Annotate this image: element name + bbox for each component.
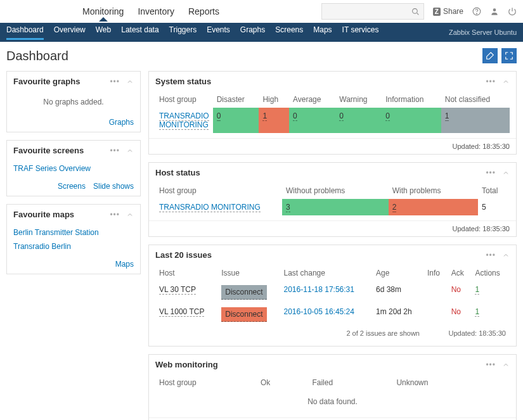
col-average: Average bbox=[289, 91, 335, 108]
tab-screens[interactable]: Screens bbox=[275, 25, 303, 40]
col-hostgroup: Host group bbox=[155, 374, 257, 391]
graphs-link[interactable]: Graphs bbox=[109, 118, 134, 127]
user-icon[interactable] bbox=[490, 7, 499, 16]
table-row: VL 30 TCP Disconnect 2016-11-18 17:56:31… bbox=[155, 281, 510, 303]
widget-menu-icon[interactable]: ••• bbox=[486, 77, 496, 86]
col-ack: Ack bbox=[448, 265, 472, 281]
chevron-up-icon[interactable] bbox=[126, 211, 134, 219]
chevron-up-icon[interactable] bbox=[502, 78, 510, 86]
col-total: Total bbox=[478, 182, 510, 199]
tab-graphs[interactable]: Graphs bbox=[240, 25, 265, 40]
svg-point-3 bbox=[477, 13, 477, 14]
status-without-problems[interactable]: 3 bbox=[282, 199, 389, 215]
slideshows-link[interactable]: Slide shows bbox=[93, 182, 134, 191]
widget-menu-icon[interactable]: ••• bbox=[486, 360, 496, 369]
fullscreen-button[interactable] bbox=[501, 48, 517, 63]
table-row: TRANSRADIO MONITORING 0 1 0 0 0 1 bbox=[155, 108, 510, 133]
fav-graphs-empty: No graphs added. bbox=[7, 91, 140, 113]
issue-age: 6d 38m bbox=[372, 281, 423, 303]
col-with-problems: With problems bbox=[389, 182, 478, 199]
chevron-up-icon[interactable] bbox=[126, 147, 134, 155]
table-summary-row: 2 of 2 issues are shown Updated: 18:35:3… bbox=[155, 326, 510, 341]
col-warning: Warning bbox=[335, 91, 382, 108]
chevron-up-icon[interactable] bbox=[502, 169, 510, 177]
status-information[interactable]: 0 bbox=[382, 108, 441, 133]
maps-link[interactable]: Maps bbox=[115, 260, 134, 269]
issue-ack[interactable]: No bbox=[451, 307, 461, 316]
widget-host-status: Host status ••• Host group Without probl… bbox=[148, 162, 517, 237]
status-average[interactable]: 0 bbox=[289, 108, 335, 133]
tab-it-services[interactable]: IT services bbox=[342, 25, 379, 40]
webmon-empty: No data found. bbox=[155, 391, 510, 412]
table-header-row: Host group Without problems With problem… bbox=[155, 182, 510, 199]
issue-label[interactable]: Disconnect bbox=[221, 285, 266, 300]
hostgroup-link[interactable]: TRANSRADIO MONITORING bbox=[159, 111, 209, 130]
table-row: TRANSRADIO MONITORING 3 2 5 bbox=[155, 199, 510, 215]
widget-last-issues: Last 20 issues ••• Host Issue Last chang… bbox=[148, 245, 517, 347]
search-icon bbox=[411, 8, 420, 16]
status-with-problems[interactable]: 2 bbox=[389, 199, 478, 215]
main-menu-monitoring[interactable]: Monitoring bbox=[82, 6, 124, 16]
config-button[interactable] bbox=[482, 48, 498, 63]
svg-point-4 bbox=[493, 8, 496, 11]
status-high[interactable]: 1 bbox=[259, 108, 289, 133]
widget-fav-maps: Favourite maps ••• Berlin Transmitter St… bbox=[6, 204, 141, 274]
tab-events[interactable]: Events bbox=[207, 25, 230, 40]
chevron-up-icon[interactable] bbox=[502, 251, 510, 259]
status-notclassified[interactable]: 1 bbox=[441, 108, 510, 133]
widget-menu-icon[interactable]: ••• bbox=[110, 210, 120, 219]
tab-dashboard[interactable]: Dashboard bbox=[6, 25, 44, 40]
table-header-row: Host group Disaster High Average Warning… bbox=[155, 91, 510, 108]
issue-actions[interactable]: 1 bbox=[475, 285, 479, 295]
tab-latest-data[interactable]: Latest data bbox=[121, 25, 158, 40]
tab-overview[interactable]: Overview bbox=[54, 25, 86, 40]
svg-line-1 bbox=[417, 13, 419, 15]
sub-nav-tabs: Dashboard Overview Web Latest data Trigg… bbox=[6, 25, 378, 40]
hostgroup-link[interactable]: TRANSRADIO MONITORING bbox=[159, 203, 261, 212]
status-disaster[interactable]: 0 bbox=[213, 108, 259, 133]
fav-map-item[interactable]: Berlin Transmitter Station bbox=[13, 228, 134, 237]
issue-lastchange[interactable]: 2016-11-18 17:56:31 bbox=[284, 285, 354, 294]
main-menu-reports[interactable]: Reports bbox=[188, 6, 219, 16]
search-input[interactable] bbox=[321, 3, 424, 20]
sub-nav: Dashboard Overview Web Latest data Trigg… bbox=[0, 23, 523, 42]
status-warning[interactable]: 0 bbox=[335, 108, 382, 133]
page-header: Dashboard bbox=[0, 42, 523, 71]
issue-info bbox=[423, 281, 448, 303]
col-issue: Issue bbox=[217, 265, 280, 281]
col-hostgroup: Host group bbox=[155, 91, 213, 108]
issue-host[interactable]: VL 1000 TCP bbox=[159, 307, 204, 317]
host-status-title: Host status bbox=[155, 168, 200, 177]
issue-lastchange[interactable]: 2016-10-05 16:45:24 bbox=[284, 307, 354, 316]
webmon-table: Host group Ok Failed Unknown bbox=[155, 374, 510, 391]
share-button[interactable]: Z Share bbox=[433, 7, 463, 16]
issue-age: 1m 20d 2h bbox=[372, 303, 423, 326]
issue-host[interactable]: VL 30 TCP bbox=[159, 285, 196, 295]
col-information: Information bbox=[382, 91, 441, 108]
issue-ack[interactable]: No bbox=[451, 285, 461, 294]
chevron-up-icon[interactable] bbox=[502, 361, 510, 369]
tab-web[interactable]: Web bbox=[96, 25, 111, 40]
issue-actions[interactable]: 1 bbox=[475, 307, 479, 317]
widget-menu-icon[interactable]: ••• bbox=[486, 251, 496, 260]
widget-web-monitoring: Web monitoring ••• Host group Ok Failed … bbox=[148, 354, 517, 420]
main-menu-inventory[interactable]: Inventory bbox=[138, 6, 174, 16]
col-unknown: Unknown bbox=[392, 374, 510, 391]
tab-maps[interactable]: Maps bbox=[313, 25, 332, 40]
chevron-up-icon[interactable] bbox=[126, 78, 134, 86]
screens-link[interactable]: Screens bbox=[58, 182, 86, 191]
table-header-row: Host Issue Last change Age Info Ack Acti… bbox=[155, 265, 510, 281]
widget-menu-icon[interactable]: ••• bbox=[110, 146, 120, 155]
power-icon[interactable] bbox=[508, 7, 517, 16]
fav-map-item[interactable]: Transradio Berlin bbox=[13, 242, 134, 251]
widget-fav-screens: Favourite screens ••• TRAF Series Overvi… bbox=[6, 140, 141, 196]
fav-screen-item[interactable]: TRAF Series Overview bbox=[13, 164, 134, 173]
tab-triggers[interactable]: Triggers bbox=[169, 25, 197, 40]
webmon-updated: Updated: 18:35:30 bbox=[149, 417, 516, 420]
help-icon[interactable] bbox=[472, 7, 481, 16]
issue-label[interactable]: Disconnect bbox=[221, 307, 266, 322]
widget-menu-icon[interactable]: ••• bbox=[110, 77, 120, 86]
table-header-row: Host group Ok Failed Unknown bbox=[155, 374, 510, 391]
widget-menu-icon[interactable]: ••• bbox=[486, 169, 496, 177]
issue-info bbox=[423, 303, 448, 326]
